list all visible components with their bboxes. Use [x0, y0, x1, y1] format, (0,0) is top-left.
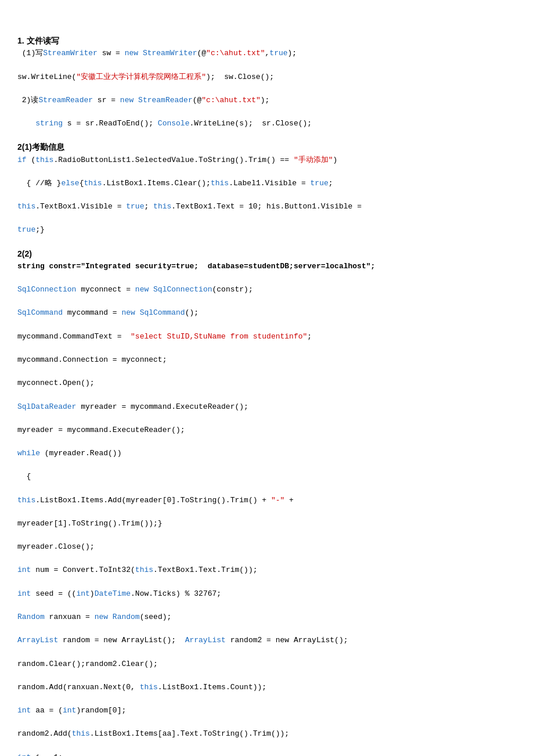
code-section-1: 1. 文件读写 (1)写StreamWriter sw = new Stream… — [17, 23, 517, 756]
heading-2: 2(1)考勤信息 — [17, 142, 64, 152]
heading-2-2: 2(2) — [17, 249, 32, 258]
main-content: 1. 文件读写 (1)写StreamWriter sw = new Stream… — [17, 23, 517, 756]
heading-1: 1. 文件读写 — [17, 36, 59, 45]
